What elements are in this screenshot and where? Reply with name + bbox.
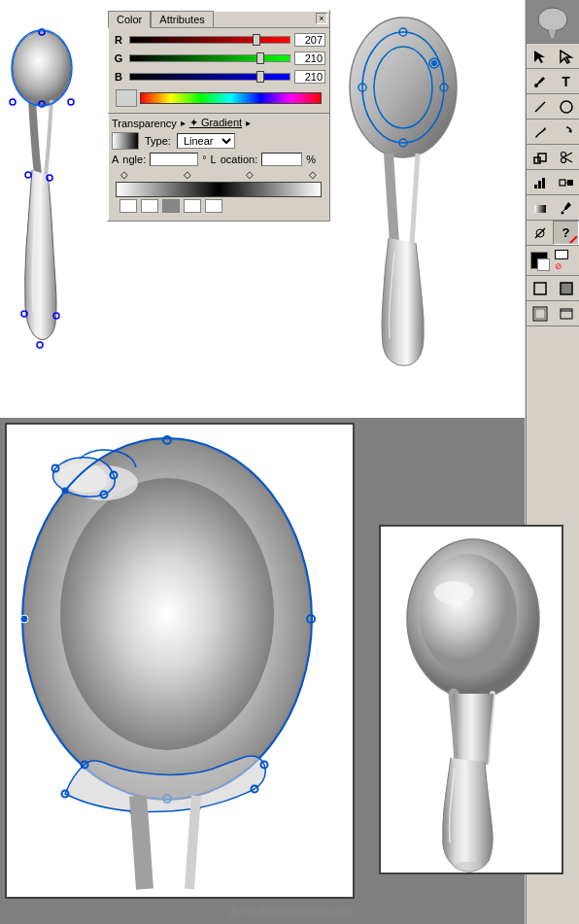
stop-icon-4[interactable]: [184, 199, 201, 213]
gradient-tab-row: Transparency ▸ ✦ Gradient ▸: [112, 117, 325, 129]
measure-tool-btn[interactable]: [527, 221, 553, 245]
svg-rect-33: [538, 181, 541, 188]
gradient-tab-label[interactable]: ✦ Gradient: [189, 117, 242, 129]
text-tools: T: [527, 69, 579, 94]
screen-mode-section: [527, 301, 579, 326]
red-thumb[interactable]: [253, 34, 260, 46]
blue-value-input[interactable]: 210: [294, 70, 325, 84]
spoon-outline-view: [340, 10, 466, 369]
green-thumb[interactable]: [256, 52, 264, 64]
percent-symbol: %: [306, 154, 316, 165]
stop-diamond-1[interactable]: ◇: [120, 169, 128, 180]
gradient-preview-swatch: [112, 132, 139, 150]
chart-tool-btn[interactable]: [527, 170, 553, 194]
svg-point-68: [420, 554, 517, 674]
svg-point-29: [561, 157, 565, 162]
fullscreen-btn[interactable]: [553, 301, 579, 325]
type-tool-btn[interactable]: T: [553, 69, 579, 93]
svg-rect-26: [534, 157, 540, 163]
drawing-tools: [527, 120, 579, 145]
green-label: G: [112, 52, 125, 64]
gradient-type-select[interactable]: Linear Radial: [177, 133, 235, 149]
help-tool-btn[interactable]: ?: [553, 221, 579, 245]
gradient-arrow[interactable]: ▸: [246, 118, 251, 128]
stop-diamond-4[interactable]: ◇: [309, 169, 317, 180]
preview-mode-btn[interactable]: [553, 276, 579, 300]
color-sliders: R 207 G 210 B 210: [108, 28, 329, 113]
stop-icon-3[interactable]: [162, 199, 180, 213]
gradient-bar[interactable]: [116, 182, 322, 197]
svg-marker-25: [568, 129, 571, 133]
red-label: R: [112, 34, 125, 46]
svg-point-19: [431, 60, 437, 66]
angle-label2: ngle:: [122, 154, 146, 165]
green-track[interactable]: [129, 54, 290, 62]
red-value-input[interactable]: 207: [294, 33, 325, 47]
svg-point-5: [25, 172, 31, 178]
direct-select-btn[interactable]: [553, 44, 579, 68]
stroke-toggle[interactable]: [555, 250, 568, 259]
scissors-tool-btn[interactable]: [553, 145, 579, 169]
stop-icon-2[interactable]: [141, 199, 158, 213]
ellipse-tool-btn[interactable]: [553, 94, 579, 119]
watermark: 查字典教程网 chazidian.com: [228, 906, 352, 919]
spectrum-row: [112, 87, 325, 109]
svg-point-0: [13, 31, 71, 105]
gradient-bar-container: ◇ ◇ ◇ ◇: [116, 169, 322, 215]
svg-point-49: [60, 478, 274, 750]
stop-diamond-2[interactable]: ◇: [184, 169, 191, 180]
svg-rect-43: [561, 283, 572, 294]
chart-blend-tools: [527, 170, 579, 195]
red-track[interactable]: [129, 36, 290, 44]
stop-diamond-3[interactable]: ◇: [246, 169, 254, 180]
line-tool-btn[interactable]: [527, 94, 553, 119]
green-slider-row: G 210: [112, 51, 325, 66]
color-swatches: ⊘: [527, 246, 579, 276]
svg-point-22: [534, 84, 538, 87]
blue-track[interactable]: [129, 73, 290, 81]
svg-rect-32: [534, 185, 537, 188]
spectrum-bar[interactable]: [140, 92, 322, 104]
transform-tools: [527, 145, 579, 170]
scale-tool-btn[interactable]: [527, 145, 553, 169]
rotate-tool-btn[interactable]: [553, 120, 579, 144]
stop-icon-1[interactable]: [119, 199, 137, 213]
svg-rect-36: [567, 180, 573, 186]
green-value-input[interactable]: 210: [294, 51, 325, 65]
blend-tool-btn[interactable]: [553, 170, 579, 194]
tab-attributes[interactable]: Attributes: [151, 11, 213, 27]
main-spoon-view: [5, 15, 87, 364]
blue-thumb[interactable]: [256, 71, 264, 83]
trans-arrow[interactable]: ▸: [181, 118, 186, 128]
normal-screen-btn[interactable]: [527, 301, 553, 325]
angle-input[interactable]: -70.0: [150, 153, 198, 166]
fill-tools: [527, 195, 579, 221]
stop-icon-5[interactable]: [205, 199, 222, 213]
pen-tool-btn[interactable]: [527, 69, 553, 93]
angle-label: A: [112, 154, 119, 165]
pencil-tool-btn[interactable]: [527, 120, 553, 144]
fill-swatch-display[interactable]: [530, 252, 548, 269]
none-indicator: ⊘: [555, 261, 568, 271]
gradient-tool-btn[interactable]: [527, 195, 553, 220]
svg-line-23: [535, 102, 545, 112]
red-slider-row: R 207: [112, 32, 325, 48]
angle-row: A ngle: -70.0 ° L ocation: 80.9 %: [112, 153, 325, 166]
eyedrop-tool-btn[interactable]: [553, 195, 579, 220]
outline-mode-btn[interactable]: [527, 276, 553, 300]
svg-point-1: [10, 99, 16, 105]
transparency-tab-label[interactable]: Transparency: [112, 118, 177, 129]
arrow-tool-btn[interactable]: [527, 44, 553, 68]
blue-slider-row: B 210: [112, 69, 325, 85]
location-input[interactable]: 80.9: [261, 153, 302, 166]
svg-rect-34: [542, 178, 545, 188]
tab-color[interactable]: Color: [108, 11, 151, 28]
type-icon: T: [562, 74, 570, 89]
panel-close-button[interactable]: ×: [316, 13, 327, 24]
gradient-panel: Transparency ▸ ✦ Gradient ▸ Type: Linear…: [108, 113, 329, 221]
color-swatch[interactable]: [116, 89, 137, 107]
location-label: L: [211, 154, 217, 165]
blue-label: B: [112, 71, 125, 83]
svg-point-70: [454, 862, 483, 872]
panel-tab-row: Color Attributes ×: [108, 11, 329, 28]
